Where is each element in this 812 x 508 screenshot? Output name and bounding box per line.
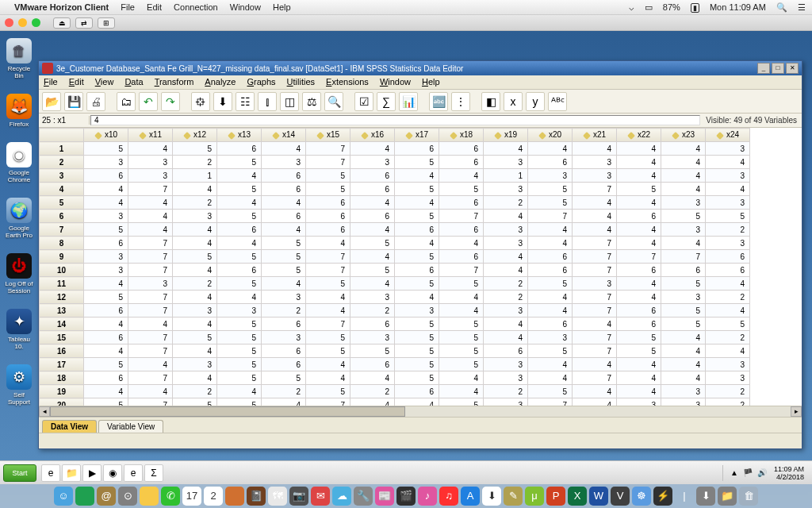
cell[interactable]: 4 [528, 142, 573, 156]
menu-connection[interactable]: Connection [174, 2, 218, 12]
cell[interactable]: 5 [528, 183, 573, 196]
cell[interactable]: 5 [350, 264, 395, 277]
cell[interactable]: 4 [706, 156, 750, 169]
cell[interactable]: 6 [395, 385, 439, 398]
column-header[interactable]: x23 [661, 129, 706, 142]
cell[interactable]: 3 [661, 196, 706, 210]
desktop-icon[interactable]: ⚙Self Support [5, 364, 33, 406]
cell[interactable]: 4 [706, 344, 750, 358]
cell[interactable]: 3 [84, 210, 128, 223]
menu-window[interactable]: Window [230, 2, 261, 12]
quicklaunch-item[interactable]: ◉ [103, 464, 122, 482]
cell[interactable]: 7 [439, 210, 484, 223]
cell[interactable]: 1 [484, 169, 528, 183]
dock-app[interactable]: ✆ [161, 487, 180, 506]
grid-corner[interactable] [40, 129, 84, 142]
cell[interactable]: 7 [128, 331, 173, 344]
row-header[interactable]: 8 [40, 237, 84, 250]
spss-menu-analyze[interactable]: Analyze [205, 77, 236, 87]
cell[interactable]: 6 [617, 264, 661, 277]
cell[interactable]: 2 [173, 385, 217, 398]
column-header[interactable]: x14 [262, 129, 306, 142]
column-header[interactable]: x18 [439, 129, 484, 142]
cell[interactable]: 5 [395, 183, 439, 196]
spss-menu-utilities[interactable]: Utilities [287, 77, 315, 87]
cell[interactable]: 4 [262, 223, 306, 237]
spss-menu-transform[interactable]: Transform [155, 77, 194, 87]
cell[interactable]: 4 [84, 318, 128, 331]
cell[interactable]: 4 [128, 223, 173, 237]
horizon-usb[interactable]: ⇄ [75, 17, 93, 29]
cell[interactable]: 7 [573, 344, 617, 358]
cell[interactable]: 4 [617, 223, 661, 237]
spss-menu-view[interactable]: View [95, 77, 114, 87]
dock-app[interactable]: A [461, 487, 480, 506]
spss-menu-graphs[interactable]: Graphs [247, 77, 275, 87]
cell[interactable]: 5 [528, 196, 573, 210]
cell[interactable]: 5 [306, 183, 350, 196]
cell[interactable]: 2 [262, 385, 306, 398]
cell[interactable]: 7 [573, 304, 617, 318]
cell[interactable]: 5 [217, 183, 262, 196]
row-header[interactable]: 6 [40, 210, 84, 223]
menu-file[interactable]: File [121, 2, 135, 12]
cell[interactable]: 3 [484, 156, 528, 169]
cell[interactable]: 6 [84, 331, 128, 344]
cell[interactable]: 4 [661, 331, 706, 344]
row-header[interactable]: 17 [40, 358, 84, 371]
cell[interactable]: 6 [306, 196, 350, 210]
dock-app[interactable]: V [611, 487, 630, 506]
cell[interactable]: 4 [661, 371, 706, 385]
cell[interactable]: 5 [306, 344, 350, 358]
cell[interactable]: 3 [350, 156, 395, 169]
cell[interactable]: 2 [706, 291, 750, 304]
spss-minimize[interactable]: _ [757, 63, 770, 74]
cell[interactable]: 5 [395, 358, 439, 371]
quicklaunch-item[interactable]: ▶ [82, 464, 102, 482]
cell[interactable]: 4 [350, 277, 395, 291]
toolbar-split[interactable]: ◫ [280, 92, 299, 111]
cell[interactable]: 4 [128, 385, 173, 398]
cell[interactable]: 5 [84, 358, 128, 371]
cell[interactable]: 5 [661, 277, 706, 291]
cell[interactable]: 4 [84, 183, 128, 196]
cell[interactable]: 4 [617, 371, 661, 385]
toolbar-compute[interactable]: ∑ [377, 92, 396, 111]
cell[interactable]: 4 [262, 277, 306, 291]
toolbar-redo[interactable]: ↷ [161, 92, 180, 111]
toolbar-chart[interactable]: 📊 [399, 92, 418, 111]
cell[interactable]: 6 [395, 223, 439, 237]
cell[interactable]: 5 [706, 318, 750, 331]
cell[interactable]: 3 [84, 264, 128, 277]
cell[interactable]: 7 [128, 304, 173, 318]
data-grid-viewport[interactable]: x10x11x12x13x14x15x16x17x18x19x20x21x22x… [39, 128, 802, 406]
cell[interactable]: 4 [217, 196, 262, 210]
start-button[interactable]: Start [3, 464, 36, 482]
cell[interactable]: 7 [439, 264, 484, 277]
cell[interactable]: 5 [306, 385, 350, 398]
cell[interactable]: 3 [173, 358, 217, 371]
cell[interactable]: 3 [528, 169, 573, 183]
cell[interactable]: 5 [84, 291, 128, 304]
row-header[interactable]: 13 [40, 304, 84, 318]
cell[interactable]: 4 [528, 304, 573, 318]
cell[interactable]: 5 [173, 250, 217, 264]
cell[interactable]: 4 [128, 358, 173, 371]
column-header[interactable]: x22 [617, 129, 661, 142]
cell[interactable]: 3 [84, 156, 128, 169]
scroll-left-button[interactable]: ◂ [39, 406, 50, 417]
dock-app[interactable] [140, 487, 159, 506]
column-header[interactable]: x17 [395, 129, 439, 142]
cell[interactable]: 3 [484, 223, 528, 237]
cell[interactable]: 4 [617, 277, 661, 291]
cell[interactable]: 4 [306, 291, 350, 304]
cell[interactable]: 7 [573, 264, 617, 277]
dock-app[interactable]: | [675, 487, 694, 506]
cell[interactable]: 3 [395, 304, 439, 318]
zoom-window[interactable] [32, 18, 40, 27]
cell[interactable]: 4 [528, 237, 573, 250]
row-header[interactable]: 3 [40, 169, 84, 183]
cell[interactable]: 4 [617, 142, 661, 156]
taskbar-clock[interactable]: 11:09 AM 4/2/2018 [774, 465, 804, 481]
cell[interactable]: 3 [661, 385, 706, 398]
